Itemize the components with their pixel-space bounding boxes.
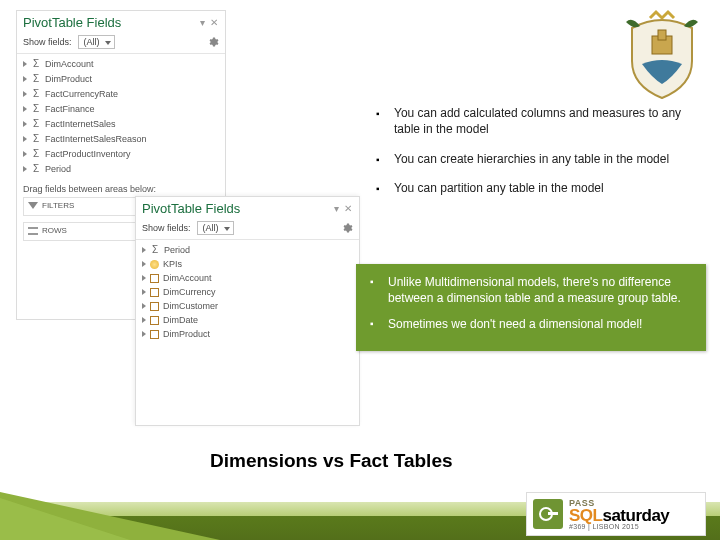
footer-bar: PASS SQLsaturday #369 | LISBON 2015: [0, 492, 720, 540]
expand-icon: [142, 303, 146, 309]
expand-icon: [23, 91, 27, 97]
svg-rect-1: [658, 30, 666, 40]
bullet-item: You can partition any table in the model: [372, 181, 694, 197]
expand-icon: [142, 289, 146, 295]
drag-label: Drag fields between areas below:: [17, 178, 225, 197]
show-fields-select[interactable]: (All): [78, 35, 115, 49]
field-label: DimCustomer: [163, 301, 218, 311]
field-item[interactable]: DimDate: [140, 313, 355, 327]
sigma-icon: Σ: [31, 163, 41, 174]
expand-icon: [23, 151, 27, 157]
field-label: Period: [164, 245, 190, 255]
gear-icon[interactable]: [341, 222, 353, 234]
field-item[interactable]: ΣFactCurrencyRate: [21, 86, 221, 101]
expand-icon: [23, 61, 27, 67]
expand-icon: [23, 166, 27, 172]
expand-icon: [23, 76, 27, 82]
bullet-item: You can create hierarchies in any table …: [372, 152, 694, 168]
expand-icon: [23, 106, 27, 112]
field-item[interactable]: ΣFactFinance: [21, 101, 221, 116]
field-list-2: ΣPeriodKPIsDimAccountDimCurrencyDimCusto…: [136, 240, 359, 343]
field-item[interactable]: ΣFactProductInventory: [21, 146, 221, 161]
field-label: FactProductInventory: [45, 149, 131, 159]
gear-icon[interactable]: [207, 36, 219, 48]
field-item[interactable]: ΣFactInternetSalesReason: [21, 131, 221, 146]
event-logo: PASS SQLsaturday #369 | LISBON 2015: [526, 492, 706, 536]
filter-icon: [28, 202, 38, 209]
table-icon: [150, 330, 159, 339]
callout-item: Unlike Multidimensional models, there's …: [368, 274, 694, 306]
bullet-item: You can add calculated columns and measu…: [372, 106, 694, 138]
sigma-icon: Σ: [31, 118, 41, 129]
coat-of-arms: [622, 6, 702, 101]
pane-title-text: PivotTable Fields: [142, 201, 240, 216]
field-item[interactable]: ΣPeriod: [21, 161, 221, 176]
table-icon: [150, 288, 159, 297]
pane-title: PivotTable Fields ▾ ✕: [136, 197, 359, 218]
expand-icon: [142, 317, 146, 323]
show-fields-label: Show fields:: [142, 223, 191, 233]
sigma-icon: Σ: [150, 244, 160, 255]
field-list-1: ΣDimAccountΣDimProductΣFactCurrencyRateΣ…: [17, 54, 225, 178]
sigma-icon: Σ: [31, 133, 41, 144]
field-label: FactFinance: [45, 104, 95, 114]
field-item[interactable]: DimProduct: [140, 327, 355, 341]
field-label: DimDate: [163, 315, 198, 325]
kpi-icon: [150, 260, 159, 269]
field-item[interactable]: DimCurrency: [140, 285, 355, 299]
field-item[interactable]: DimAccount: [140, 271, 355, 285]
pane-title-text: PivotTable Fields: [23, 15, 121, 30]
field-item[interactable]: KPIs: [140, 257, 355, 271]
expand-icon: [23, 136, 27, 142]
pane-title: PivotTable Fields ▾ ✕: [17, 11, 225, 32]
logo-sql: SQL: [569, 506, 602, 525]
rows-icon: [28, 227, 38, 235]
slide-title: Dimensions vs Fact Tables: [210, 450, 453, 472]
bullet-list: You can add calculated columns and measu…: [372, 106, 694, 211]
field-label: Period: [45, 164, 71, 174]
sigma-icon: Σ: [31, 58, 41, 69]
field-label: FactInternetSalesReason: [45, 134, 147, 144]
sigma-icon: Σ: [31, 148, 41, 159]
sigma-icon: Σ: [31, 73, 41, 84]
expand-icon: [142, 331, 146, 337]
filters-label: FILTERS: [42, 201, 74, 210]
callout-box: Unlike Multidimensional models, there's …: [356, 264, 706, 351]
logo-text: PASS SQLsaturday #369 | LISBON 2015: [569, 498, 669, 530]
sigma-icon: Σ: [31, 88, 41, 99]
field-label: DimCurrency: [163, 287, 216, 297]
pane-controls[interactable]: ▾ ✕: [200, 17, 219, 28]
table-icon: [150, 316, 159, 325]
expand-icon: [142, 247, 146, 253]
field-item[interactable]: DimCustomer: [140, 299, 355, 313]
field-label: DimProduct: [45, 74, 92, 84]
field-item[interactable]: ΣDimProduct: [21, 71, 221, 86]
sigma-icon: Σ: [31, 103, 41, 114]
show-fields-select[interactable]: (All): [197, 221, 234, 235]
show-fields-label: Show fields:: [23, 37, 72, 47]
table-icon: [150, 274, 159, 283]
field-label: DimProduct: [163, 329, 210, 339]
callout-item: Sometimes we don't need a dimensional mo…: [368, 316, 694, 332]
field-item[interactable]: ΣDimAccount: [21, 56, 221, 71]
field-label: KPIs: [163, 259, 182, 269]
rows-label: ROWS: [42, 226, 67, 235]
show-fields-row: Show fields: (All): [17, 32, 225, 54]
field-label: FactCurrencyRate: [45, 89, 118, 99]
field-label: FactInternetSales: [45, 119, 116, 129]
field-label: DimAccount: [45, 59, 94, 69]
expand-icon: [142, 261, 146, 267]
table-icon: [150, 302, 159, 311]
show-fields-row: Show fields: (All): [136, 218, 359, 240]
pane-controls[interactable]: ▾ ✕: [334, 203, 353, 214]
logo-saturday: saturday: [602, 506, 669, 525]
expand-icon: [142, 275, 146, 281]
pivot-fields-pane-2: PivotTable Fields ▾ ✕ Show fields: (All)…: [135, 196, 360, 426]
expand-icon: [23, 121, 27, 127]
field-item[interactable]: ΣFactInternetSales: [21, 116, 221, 131]
field-item[interactable]: ΣPeriod: [140, 242, 355, 257]
field-label: DimAccount: [163, 273, 212, 283]
key-icon: [533, 499, 563, 529]
